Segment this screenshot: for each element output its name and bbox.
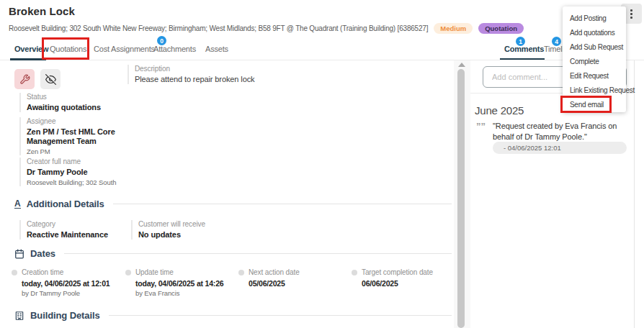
attachments-count-badge: 0 [157, 36, 166, 45]
building-details-title: Building Details [30, 310, 100, 321]
priority-badge: Medium [434, 23, 473, 34]
update-time-label: Update time [135, 268, 174, 276]
creator-field: Creator full name Dr Tammy Poole Rooseve… [19, 158, 116, 186]
creation-time-value: today, 04/06/2025 at 12:01 [22, 279, 109, 288]
target-completion-date-label: Target completion date [362, 268, 433, 276]
creation-time-field: Creation time today, 04/06/2025 at 12:01… [12, 268, 109, 297]
comment-timestamp-pill: - 04/06/2025 12:01 [493, 142, 627, 154]
dates-heading: Dates [14, 248, 452, 259]
comments-count-badge: 1 [516, 37, 525, 46]
category-value: Reactive Maintenance [27, 230, 108, 240]
scrollbar-up-arrow[interactable] [458, 63, 465, 67]
creation-time-sub: by Dr Tammy Poole [22, 289, 109, 297]
bullet-dot-icon [125, 270, 131, 275]
tab-quotations[interactable]: Quotations [50, 45, 86, 53]
request-subtitle-row: Roosevelt Building; 302 South White New … [9, 23, 524, 34]
status-badge: Quotation [478, 23, 524, 34]
calendar-icon [14, 249, 24, 259]
description-value: Please attend to repair broken lock [135, 75, 255, 84]
building-details-heading: Building Details [14, 310, 452, 321]
next-action-date-label: Next action date [249, 268, 300, 276]
additional-details-icon: A [14, 199, 21, 209]
right-panel-border [634, 60, 635, 328]
customer-will-receive-value: No updates [138, 230, 205, 240]
menu-item-add-quotations[interactable]: Add quotations [563, 26, 626, 40]
tab-assets[interactable]: Assets [205, 45, 228, 53]
menu-item-edit-request[interactable]: Edit Request [563, 69, 626, 83]
assignee-sub: Zen PM [27, 147, 129, 155]
page-title: Broken Lock [9, 5, 75, 17]
bullet-dot-icon [12, 270, 17, 275]
menu-item-add-sub-request[interactable]: Add Sub Request [563, 40, 626, 55]
update-time-field: Update time today, 04/06/2025 at 14:26 b… [125, 268, 223, 297]
tab-comments[interactable]: Comments [504, 45, 544, 53]
menu-item-add-posting[interactable]: Add Posting [563, 12, 626, 26]
update-time-sub: by Eva Francis [135, 289, 223, 297]
tab-bar: Overview Quotations Cost Assignments Att… [0, 40, 644, 60]
category-label: Category [27, 220, 108, 228]
customer-will-receive-field: Customer will receive No updates [131, 220, 205, 240]
tab-cost-assignments[interactable]: Cost Assignments [94, 45, 155, 53]
update-time-value: today, 04/06/2025 at 14:26 [135, 279, 223, 288]
comments-month-header: June 2025 [475, 104, 524, 117]
section-divider [64, 253, 452, 254]
building-icon [14, 311, 24, 321]
left-panel-scrollbar-thumb[interactable] [457, 69, 465, 328]
category-field: Category Reactive Maintenance [19, 220, 108, 240]
creator-value: Dr Tammy Poole [27, 168, 116, 177]
menu-item-complete[interactable]: Complete [563, 55, 626, 69]
bullet-dot-icon [352, 270, 357, 275]
creator-label: Creator full name [27, 158, 116, 165]
status-field: Status Awaiting quotations [19, 93, 101, 112]
next-action-date-value: 05/06/2025 [249, 279, 300, 288]
comments-tab-indicator [500, 58, 545, 60]
visibility-toggle-button[interactable] [40, 69, 61, 89]
target-completion-date-value: 06/06/2025 [362, 279, 433, 288]
comment-quote-text: "Request created by Eva Francis on behal… [493, 121, 631, 142]
target-completion-date-field: Target completion date 06/06/2025 [352, 268, 433, 288]
kebab-menu-icon [630, 9, 632, 19]
tab-attachments[interactable]: Attachments [153, 45, 196, 53]
status-value: Awaiting quotations [27, 103, 101, 112]
description-label: Description [135, 65, 255, 73]
assignee-label: Assignee [27, 117, 129, 125]
wrench-icon [19, 74, 30, 85]
creator-sub: Roosevelt Building; 302 South [27, 178, 116, 186]
maintenance-request-button[interactable] [14, 69, 35, 89]
quote-icon: ”” [476, 121, 486, 132]
creation-time-label: Creation time [22, 268, 63, 276]
additional-details-heading: A Additional Details [14, 199, 452, 209]
timeline-count-badge: 4 [552, 37, 561, 46]
assignee-value: Zen PM / Test HML Core Management Team [27, 127, 129, 146]
customer-will-receive-label: Customer will receive [138, 220, 205, 228]
bullet-dot-icon [238, 270, 244, 275]
section-divider [113, 204, 452, 204]
assignee-field: Assignee Zen PM / Test HML Core Manageme… [19, 117, 129, 155]
description-field: Description Please attend to repair brok… [128, 65, 255, 84]
menu-item-link-existing-request[interactable]: Link Existing Request [563, 83, 626, 98]
overview-panel: Description Please attend to repair brok… [0, 60, 455, 328]
additional-details-title: Additional Details [27, 199, 104, 209]
eye-off-icon [45, 74, 56, 85]
status-label: Status [27, 93, 101, 101]
tab-overview[interactable]: Overview [14, 45, 48, 53]
menu-item-send-email[interactable]: Send email [563, 98, 626, 112]
request-location-text: Roosevelt Building; 302 South White New … [9, 24, 428, 32]
next-action-date-field: Next action date 05/06/2025 [238, 268, 300, 288]
dates-title: Dates [30, 248, 55, 259]
section-divider [109, 315, 452, 316]
actions-dropdown-menu: Add Posting Add quotations Add Sub Reque… [563, 6, 626, 112]
